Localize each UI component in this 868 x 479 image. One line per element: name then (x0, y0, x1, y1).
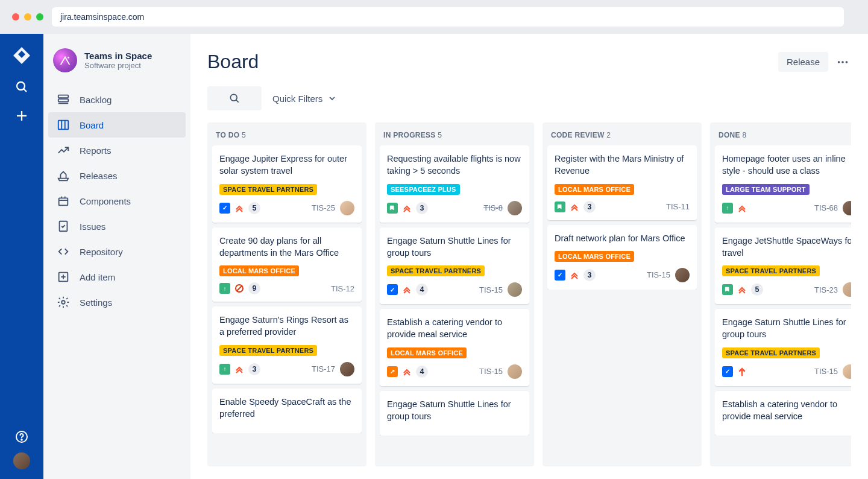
issue-card[interactable]: Homepage footer uses an inline style - s… (715, 145, 851, 223)
card-label: SEESPACEEZ PLUS (387, 184, 460, 195)
backlog-icon (57, 93, 70, 106)
sidebar-item-backlog[interactable]: Backlog (48, 87, 186, 112)
issue-card[interactable]: Enable Speedy SpaceCraft as the preferre… (212, 389, 362, 434)
issue-key: TIS-15 (814, 367, 838, 376)
sidebar-item-repository[interactable]: Repository (48, 239, 186, 264)
assignee-avatar[interactable] (508, 282, 522, 297)
subtask-type-icon: ↗ (387, 366, 398, 377)
issue-card[interactable]: Engage JetShuttle SpaceWays for travel S… (715, 227, 851, 305)
url-bar[interactable]: jira.teamsinspace.com (52, 7, 844, 27)
release-button[interactable]: Release (778, 52, 828, 72)
add-item-icon (57, 270, 70, 284)
jira-logo-icon[interactable] (12, 46, 31, 65)
sidebar-item-releases[interactable]: Releases (48, 163, 186, 188)
board-icon (57, 118, 70, 132)
issue-key: TIS-25 (312, 203, 335, 212)
issue-card[interactable]: Establish a catering vendor to provide m… (380, 309, 529, 386)
blocked-icon (234, 284, 244, 293)
issue-card[interactable]: Create 90 day plans for all departments … (212, 227, 362, 302)
story-type-icon (555, 201, 565, 212)
main-content: Board Release Quick Filters TO DO 5 (190, 34, 868, 479)
sidebar-item-label: Issues (80, 221, 105, 232)
priority-highest-icon (234, 364, 244, 374)
sidebar-item-reports[interactable]: Reports (48, 138, 186, 163)
card-label: SPACE TRAVEL PARTNERS (219, 184, 317, 195)
issue-key: TIS-15 (647, 270, 670, 279)
svg-point-6 (68, 57, 69, 59)
task-type-icon: ✓ (722, 366, 733, 377)
sidebar-item-components[interactable]: Components (48, 188, 186, 214)
issue-card[interactable]: Engage Jupiter Express for outer solar s… (212, 145, 362, 223)
sidebar-item-issues[interactable]: Issues (48, 214, 186, 239)
assignee-avatar[interactable] (508, 364, 522, 379)
project-header[interactable]: Teams in Space Software project (48, 48, 186, 82)
card-title: Requesting available flights is now taki… (387, 153, 522, 177)
card-title: Register with the Mars Ministry of Reven… (555, 153, 690, 177)
assignee-avatar[interactable] (340, 362, 354, 376)
assignee-avatar[interactable] (340, 201, 354, 215)
issue-card[interactable]: Requesting available flights is now taki… (380, 145, 529, 223)
assignee-avatar[interactable] (508, 201, 522, 215)
card-label: LOCAL MARS OFFICE (555, 251, 634, 262)
story-points-badge: 3 (248, 363, 260, 375)
story-type-icon (722, 284, 733, 295)
sidebar-item-board[interactable]: Board (48, 112, 186, 138)
repository-icon (57, 245, 70, 258)
sidebar-item-label: Board (80, 120, 104, 130)
issue-card[interactable]: Engage Saturn Shuttle Lines for group to… (715, 309, 851, 386)
components-icon (57, 194, 70, 208)
card-label: SPACE TRAVEL PARTNERS (219, 345, 317, 356)
task-type-icon: ✓ (387, 284, 398, 295)
issue-key: TIS-8 (483, 203, 503, 212)
card-label: SPACE TRAVEL PARTNERS (722, 347, 820, 358)
issues-icon (57, 220, 70, 233)
issue-card[interactable]: Engage Saturn Shuttle Lines for group to… (380, 227, 529, 305)
card-title: Engage Jupiter Express for outer solar s… (219, 153, 354, 177)
priority-high-icon (737, 367, 747, 376)
assignee-avatar[interactable] (843, 364, 851, 379)
help-icon[interactable] (14, 430, 29, 444)
profile-avatar[interactable] (13, 452, 30, 469)
card-label: LOCAL MARS OFFICE (219, 265, 299, 276)
issue-card[interactable]: Register with the Mars Ministry of Reven… (547, 145, 697, 220)
create-icon[interactable] (14, 109, 29, 123)
quick-filters-dropdown[interactable]: Quick Filters (272, 94, 337, 104)
card-label: LARGE TEAM SUPPORT (722, 184, 810, 195)
sidebar-item-add[interactable]: Add item (48, 264, 186, 290)
assignee-avatar[interactable] (843, 282, 851, 297)
assignee-avatar[interactable] (675, 268, 690, 282)
assignee-avatar[interactable] (843, 201, 851, 215)
svg-rect-8 (58, 99, 69, 102)
issue-key: TIS-11 (666, 202, 690, 211)
chevron-down-icon (327, 94, 337, 103)
issue-card[interactable]: Establish a catering vendor to provide m… (715, 391, 851, 436)
priority-highest-icon (737, 203, 747, 213)
card-title: Engage JetShuttle SpaceWays for travel (722, 235, 851, 259)
window-maximize-icon[interactable] (36, 13, 43, 21)
more-menu-icon[interactable] (834, 54, 851, 71)
card-title: Draft network plan for Mars Office (555, 232, 690, 244)
issue-card[interactable]: Draft network plan for Mars Office LOCAL… (547, 225, 697, 290)
column-header: TO DO 5 (212, 128, 362, 145)
column-done: DONE 8 Homepage footer uses an inline st… (710, 122, 851, 466)
project-subtitle: Software project (84, 61, 152, 70)
issue-card[interactable]: Engage Saturn's Rings Resort as a prefer… (212, 306, 362, 384)
sidebar-item-settings[interactable]: Settings (48, 290, 186, 315)
window-close-icon[interactable] (12, 13, 19, 21)
window-minimize-icon[interactable] (24, 13, 31, 21)
card-title: Engage Saturn's Rings Resort as a prefer… (219, 314, 354, 338)
priority-highest-icon (570, 270, 579, 280)
sidebar-item-label: Releases (80, 171, 118, 181)
card-label: SPACE TRAVEL PARTNERS (722, 265, 820, 276)
story-points-badge: 3 (583, 201, 596, 213)
svg-point-22 (838, 61, 840, 63)
card-title: Establish a catering vendor to provide m… (722, 398, 851, 423)
search-icon[interactable] (14, 80, 29, 94)
card-title: Engage Saturn Shuttle Lines for group to… (387, 235, 522, 259)
column-codereview: CODE REVIEW 2 Register with the Mars Min… (542, 122, 702, 466)
board-search-input[interactable] (207, 86, 262, 110)
story-type-icon: ↑ (219, 364, 230, 375)
issue-card[interactable]: Engage Saturn Shuttle Lines for group to… (380, 391, 529, 436)
story-points-badge: 3 (416, 202, 428, 214)
column-header: CODE REVIEW 2 (547, 128, 697, 145)
